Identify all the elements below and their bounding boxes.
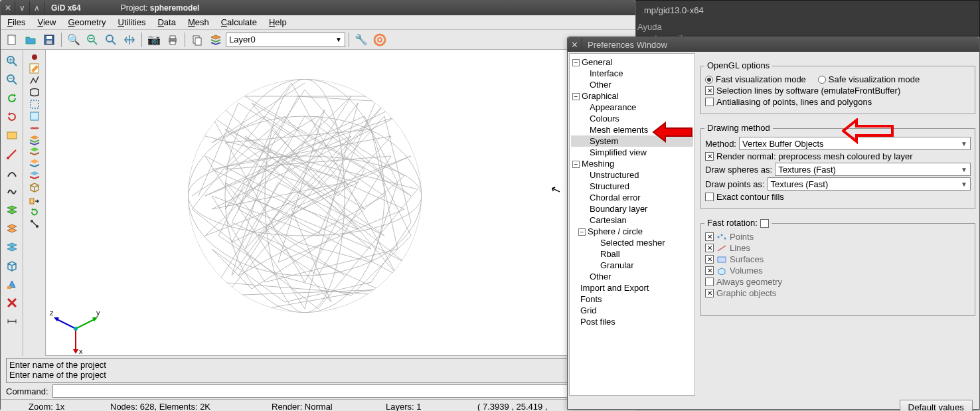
chk-fr-always[interactable]	[705, 278, 714, 286]
tree-boundary[interactable]: Boundary layer	[571, 203, 693, 214]
edit-icon[interactable]	[29, 62, 41, 74]
divide-icon[interactable]	[29, 122, 41, 134]
print-icon[interactable]	[164, 31, 181, 48]
chk-selection-lines[interactable]	[705, 86, 714, 95]
chk-fr-volumes[interactable]	[705, 266, 714, 275]
viewport[interactable]: x y z ↖	[46, 50, 613, 356]
svg-point-56	[718, 236, 720, 238]
close-icon[interactable]: ✕	[1, 1, 15, 15]
radio-fast-vis[interactable]	[705, 76, 713, 84]
rotate-cw-icon[interactable]	[3, 108, 21, 125]
chk-fr-lines[interactable]	[705, 244, 714, 252]
tree-appearance[interactable]: Appearance	[571, 102, 693, 113]
chk-fr-points[interactable]	[705, 232, 714, 241]
tree-grid[interactable]: Grid	[571, 305, 693, 316]
new-icon[interactable]	[3, 31, 21, 48]
layers-move-icon[interactable]	[29, 146, 41, 158]
tree-cartesian[interactable]: Cartesian	[571, 214, 693, 226]
open-icon[interactable]	[22, 31, 39, 48]
chk-render-normal[interactable]	[705, 152, 714, 161]
svg-text:y: y	[96, 309, 100, 317]
tree-post[interactable]: Post files	[571, 316, 693, 327]
zoom-fit-icon[interactable]	[102, 31, 120, 48]
menu-utilities[interactable]: Utilities	[118, 17, 146, 27]
tree-granular[interactable]: Granular	[571, 260, 693, 271]
menu-view[interactable]: View	[37, 17, 56, 27]
box-icon[interactable]	[3, 257, 21, 274]
tree-other[interactable]: Other	[571, 79, 693, 90]
tree-unstructured[interactable]: Unstructured	[571, 169, 693, 181]
menu-geometry[interactable]: Geometry	[68, 17, 106, 27]
connect-icon[interactable]	[29, 218, 41, 230]
command-input[interactable]	[52, 384, 630, 398]
pan-icon[interactable]	[121, 31, 138, 48]
default-values-button[interactable]: Default values	[900, 400, 973, 411]
menu-files[interactable]: Files	[7, 17, 25, 27]
layers-copy-icon[interactable]	[29, 158, 41, 170]
zoom-out-icon[interactable]	[84, 31, 101, 48]
copy-icon[interactable]	[189, 31, 206, 48]
close-icon[interactable]: ✕	[568, 38, 582, 51]
layers-blue-icon[interactable]	[3, 238, 21, 256]
tree-interface[interactable]: Interface	[571, 68, 693, 79]
menu-calculate[interactable]: Calculate	[221, 17, 257, 27]
layers-green-icon[interactable]	[3, 201, 21, 218]
layers-stack-icon[interactable]	[29, 134, 41, 146]
prefs-tree[interactable]: −General Interface Other −Graphical Appe…	[569, 53, 695, 396]
camera-icon[interactable]: 📷	[145, 31, 163, 48]
menu-mesh[interactable]: Mesh	[188, 17, 209, 27]
chk-antialias[interactable]	[705, 98, 714, 106]
save-icon[interactable]	[41, 31, 58, 48]
chk-fr-surfaces[interactable]	[705, 255, 714, 264]
tree-other2[interactable]: Other	[571, 271, 693, 282]
point-icon[interactable]	[29, 52, 40, 62]
rotate-ccw-icon[interactable]	[3, 90, 21, 107]
tree-chordal[interactable]: Chordal error	[571, 192, 693, 203]
bg-window-menu[interactable]: Ayuda	[637, 22, 662, 32]
layers-orange-icon[interactable]	[3, 220, 21, 237]
transform-icon[interactable]	[29, 194, 41, 206]
tree-selected-mesher[interactable]: Selected mesher	[571, 237, 693, 248]
chk-exact-contour[interactable]	[705, 193, 714, 201]
layers-del-icon[interactable]	[29, 170, 41, 182]
minimize-icon[interactable]: ∨	[15, 1, 30, 15]
zoom-plus-icon[interactable]	[3, 52, 21, 70]
delete-icon[interactable]	[3, 294, 21, 311]
arc-tool-icon[interactable]	[3, 164, 21, 181]
zoom-minus-icon[interactable]	[3, 71, 21, 88]
rotate-green-icon[interactable]	[29, 206, 41, 218]
nurbs-tool-icon[interactable]	[3, 183, 21, 200]
redraw-icon[interactable]	[3, 127, 21, 144]
tree-structured[interactable]: Structured	[571, 181, 693, 192]
dimension-icon[interactable]	[3, 313, 21, 330]
tree-sphere[interactable]: −Sphere / circle	[571, 226, 693, 237]
mesh-gen-icon[interactable]	[29, 182, 41, 194]
zoom-in-icon[interactable]: 🔍	[65, 31, 82, 48]
tree-rball[interactable]: Rball	[571, 248, 693, 260]
prism-icon[interactable]	[3, 276, 21, 293]
points-combo[interactable]: Textures (Fast)▼	[768, 177, 971, 191]
trim-icon[interactable]	[29, 110, 41, 122]
tree-import[interactable]: Import and Export	[571, 282, 693, 293]
settings-icon[interactable]: 🔧	[353, 31, 370, 48]
spheres-combo[interactable]: Textures (Fast)▼	[775, 163, 971, 176]
tree-fonts[interactable]: Fonts	[571, 293, 693, 305]
tree-simplified[interactable]: Simplified view	[571, 147, 693, 158]
select-box-icon[interactable]	[29, 98, 41, 110]
help-ring-icon[interactable]	[371, 31, 388, 48]
tree-general[interactable]: −General	[571, 56, 693, 68]
surface-icon[interactable]	[29, 86, 41, 98]
layer-select[interactable]: Layer0▼	[226, 33, 345, 47]
maximize-icon[interactable]: ∧	[30, 1, 44, 15]
polyline-icon[interactable]	[29, 74, 41, 86]
line-tool-icon[interactable]	[3, 145, 21, 163]
radio-safe-vis[interactable]	[818, 76, 826, 84]
layers-icon[interactable]	[207, 31, 224, 48]
menu-data[interactable]: Data	[157, 17, 175, 27]
tree-graphical[interactable]: −Graphical	[571, 90, 693, 102]
tree-meshing[interactable]: −Meshing	[571, 158, 693, 169]
svg-point-55	[74, 327, 78, 331]
chk-fastrot-enable[interactable]	[760, 219, 769, 228]
menu-help[interactable]: Help	[269, 17, 287, 27]
chk-fr-graphic[interactable]	[705, 289, 714, 297]
